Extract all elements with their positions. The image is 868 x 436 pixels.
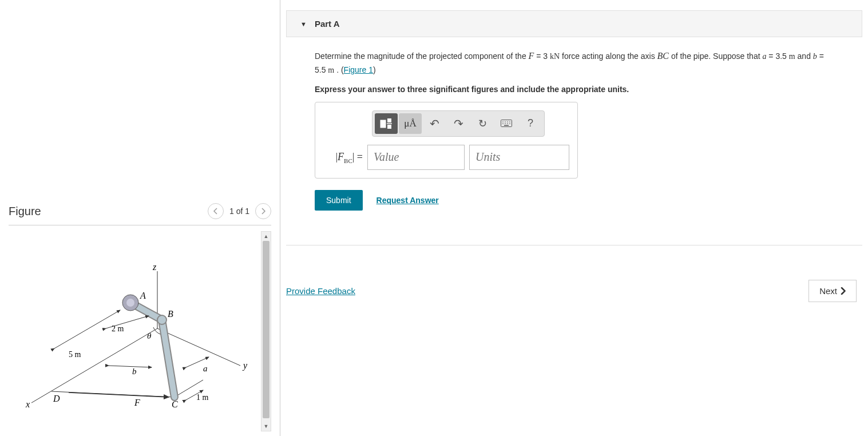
- svg-rect-45: [504, 125, 509, 126]
- keyboard-button[interactable]: [495, 113, 518, 134]
- svg-line-2: [31, 328, 157, 403]
- svg-text:a: a: [203, 364, 208, 373]
- svg-text:x: x: [25, 399, 30, 409]
- svg-point-40: [509, 122, 510, 123]
- help-icon: ?: [528, 117, 533, 129]
- figure-scrollbar[interactable]: ▲ ▼: [261, 231, 271, 431]
- answer-variable-label: |FBC| =: [323, 151, 363, 164]
- svg-line-8: [162, 320, 175, 397]
- scroll-up-icon: ▲: [261, 232, 271, 241]
- svg-rect-33: [387, 118, 391, 122]
- undo-button[interactable]: ↶: [423, 113, 446, 134]
- svg-text:D: D: [53, 394, 60, 403]
- value-input[interactable]: [367, 145, 465, 170]
- caret-down-icon: ▼: [300, 21, 307, 27]
- svg-point-11: [157, 315, 167, 324]
- svg-line-12: [54, 310, 120, 348]
- units-input[interactable]: [469, 145, 569, 170]
- redo-button[interactable]: ↷: [447, 113, 470, 134]
- svg-text:b: b: [132, 367, 137, 376]
- svg-point-37: [502, 122, 504, 123]
- keyboard-icon: [501, 120, 512, 127]
- svg-point-42: [505, 124, 506, 125]
- figure-title: Figure: [9, 205, 41, 218]
- svg-point-38: [505, 122, 506, 123]
- figure-diagram: z y x A B C D F θ a b 5 m 2 m 1 m: [14, 260, 249, 427]
- figure-panel: Figure 1 of 1 ▲ ▼: [0, 0, 280, 436]
- figure-pager: 1 of 1: [208, 203, 271, 219]
- svg-point-43: [507, 124, 508, 125]
- help-button[interactable]: ?: [519, 113, 542, 134]
- undo-icon: ↶: [430, 117, 439, 130]
- pager-text: 1 of 1: [229, 207, 249, 216]
- pager-next-button[interactable]: [255, 203, 271, 219]
- separator: [286, 245, 862, 245]
- reset-button[interactable]: ↻: [471, 113, 494, 134]
- redo-icon: ↷: [454, 117, 463, 130]
- svg-point-41: [502, 124, 504, 125]
- units-button[interactable]: μÅ: [399, 113, 422, 134]
- next-label: Next: [819, 286, 837, 296]
- part-header[interactable]: ▼ Part A: [286, 10, 862, 37]
- svg-text:F: F: [134, 398, 140, 407]
- svg-rect-32: [381, 120, 386, 128]
- part-title: Part A: [315, 19, 340, 29]
- request-answer-link[interactable]: Request Answer: [376, 196, 439, 205]
- chevron-right-icon: [841, 287, 846, 295]
- svg-line-14: [69, 393, 169, 397]
- provide-feedback-link[interactable]: Provide Feedback: [286, 286, 355, 296]
- svg-text:y: y: [242, 360, 248, 371]
- svg-text:C: C: [172, 399, 178, 409]
- submit-button[interactable]: Submit: [315, 190, 363, 211]
- svg-text:A: A: [140, 291, 146, 300]
- next-button[interactable]: Next: [808, 280, 857, 302]
- chevron-left-icon: [213, 208, 218, 215]
- chevron-right-icon: [261, 208, 265, 215]
- svg-point-39: [507, 122, 508, 123]
- svg-text:B: B: [168, 309, 173, 319]
- svg-line-17: [109, 366, 152, 367]
- svg-text:2 m: 2 m: [112, 324, 124, 333]
- svg-point-44: [509, 124, 510, 125]
- fraction-template-icon: [380, 118, 393, 129]
- question-panel: ▼ Part A Determine the magnitude of the …: [280, 0, 868, 436]
- pager-prev-button[interactable]: [208, 203, 224, 219]
- scrollbar-thumb[interactable]: [263, 241, 269, 418]
- svg-text:z: z: [152, 262, 157, 272]
- answer-box: μÅ ↶ ↷ ↻ ? |FBC| =: [315, 102, 578, 179]
- template-button[interactable]: [375, 113, 398, 134]
- svg-rect-34: [387, 125, 391, 129]
- reset-icon: ↻: [478, 117, 487, 130]
- problem-statement: Determine the magnitude of the projected…: [315, 49, 834, 77]
- answer-toolbar: μÅ ↶ ↷ ↻ ?: [372, 110, 545, 137]
- answer-instruction: Express your answer to three significant…: [315, 85, 834, 94]
- svg-text:5 m: 5 m: [69, 350, 81, 359]
- units-label: μÅ: [404, 118, 416, 129]
- svg-point-10: [126, 299, 134, 307]
- svg-text:1 m: 1 m: [196, 393, 209, 402]
- figure-link[interactable]: Figure 1: [344, 65, 373, 74]
- scroll-down-icon: ▼: [261, 422, 271, 431]
- svg-text:θ: θ: [147, 331, 152, 340]
